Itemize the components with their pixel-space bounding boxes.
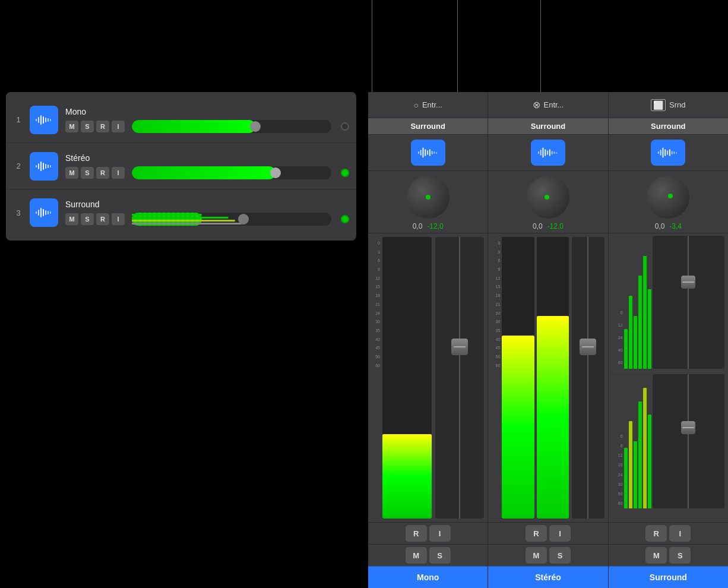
surround-icon: ⬜ <box>651 99 666 111</box>
fader-thumb[interactable] <box>250 121 261 132</box>
track-row: 2 Stéréo M S R I <box>6 143 356 189</box>
fader-track[interactable] <box>132 120 331 133</box>
track-name: Mono <box>65 107 349 116</box>
channel-badge-surround: Surround <box>609 118 728 135</box>
vu-bar <box>643 256 647 369</box>
record-button[interactable]: R <box>96 121 109 132</box>
fader-thumb-surround-top[interactable] <box>681 276 695 289</box>
v-fader-stereo[interactable] <box>572 237 604 519</box>
record-button[interactable]: R <box>96 213 109 225</box>
svg-rect-51 <box>676 152 678 154</box>
svg-rect-18 <box>45 210 46 215</box>
mute-button[interactable]: M <box>65 213 78 225</box>
track-icon-stereo[interactable] <box>30 152 58 181</box>
svg-rect-32 <box>433 151 435 154</box>
pan-value: 0,0 <box>413 222 423 230</box>
track-name: Surround <box>65 200 349 209</box>
input-button[interactable]: I <box>112 167 125 179</box>
track-controls: M S R I <box>65 166 349 179</box>
channel-ms-row: M S <box>368 544 488 566</box>
record-btn-stereo[interactable]: R <box>526 525 547 542</box>
mute-button[interactable]: M <box>65 121 78 132</box>
fader-track[interactable] <box>132 213 331 226</box>
solo-btn-stereo[interactable]: S <box>549 547 571 564</box>
vu-bar <box>643 388 647 508</box>
vu-meter-stereo-r <box>537 237 569 519</box>
channel-header-surround: ⬜ Srnd <box>609 92 728 118</box>
channel-mono: ○ Entr... Surround <box>368 92 488 588</box>
svg-rect-0 <box>36 119 37 121</box>
svg-rect-45 <box>663 147 664 157</box>
solo-button[interactable]: S <box>81 121 94 132</box>
waveform-button-mono[interactable] <box>411 140 445 166</box>
channel-header-label: Srnd <box>669 100 685 109</box>
v-fader-mono[interactable] <box>435 237 485 519</box>
input-btn[interactable]: I <box>429 525 451 542</box>
track-number: 1 <box>13 115 24 124</box>
svg-rect-12 <box>48 165 49 168</box>
track-number: 2 <box>13 162 24 170</box>
fader-track[interactable] <box>132 166 331 179</box>
pan-knob-mono[interactable] <box>407 176 450 219</box>
v-fader-surround-top[interactable] <box>653 236 724 369</box>
mute-btn-stereo[interactable]: M <box>526 547 547 564</box>
mute-button[interactable]: M <box>65 167 78 179</box>
svg-rect-39 <box>549 149 550 156</box>
svg-rect-10 <box>43 163 44 170</box>
input-btn-stereo[interactable]: I <box>549 525 571 542</box>
fader-thumb[interactable] <box>270 167 281 178</box>
svg-rect-35 <box>540 150 542 156</box>
vu-fill <box>502 336 534 519</box>
svg-rect-30 <box>429 149 431 156</box>
svg-rect-44 <box>660 150 661 156</box>
solo-btn-mono[interactable]: S <box>429 547 451 564</box>
pan-value: 0,0 <box>655 222 665 230</box>
waveform-button-surround[interactable] <box>651 140 685 166</box>
mute-btn-surround[interactable]: M <box>645 547 667 564</box>
vol-value: -12,0 <box>547 222 564 230</box>
svg-rect-24 <box>132 223 242 225</box>
pan-knob-stereo[interactable] <box>527 176 569 219</box>
channel-header-mono: ○ Entr... <box>368 92 488 118</box>
svg-rect-28 <box>425 149 426 156</box>
solo-button[interactable]: S <box>81 213 94 225</box>
channel-fader-section-surround: 0 12 24 40 60 <box>609 233 728 522</box>
track-row: 1 Mono M S R I <box>6 97 356 143</box>
vu-bar <box>629 421 632 508</box>
fader-line <box>688 236 689 369</box>
input-button[interactable]: I <box>112 121 125 132</box>
svg-rect-43 <box>658 151 659 154</box>
track-icon-mono[interactable] <box>30 106 58 134</box>
svg-rect-5 <box>48 118 49 122</box>
level-dot <box>341 215 349 223</box>
channel-ms-row: M S <box>488 544 607 566</box>
fader-thumb-surround-bot[interactable] <box>681 421 695 434</box>
record-input-btn[interactable]: R <box>406 525 427 542</box>
track-controls: M S R I <box>65 120 349 133</box>
fader-fill <box>132 166 276 179</box>
fader-thumb-stereo[interactable] <box>580 339 596 355</box>
pan-knob-surround[interactable] <box>647 176 689 219</box>
svg-rect-48 <box>669 149 670 156</box>
input-btn-surround[interactable]: I <box>669 525 691 542</box>
input-button[interactable]: I <box>112 213 125 225</box>
waveform-button-stereo[interactable] <box>531 140 565 166</box>
mute-btn-mono[interactable]: M <box>406 547 427 564</box>
solo-button[interactable]: S <box>81 167 94 179</box>
channel-stereo: ⊗ Entr... Surround <box>488 92 608 588</box>
mono-icon: ○ <box>413 100 418 110</box>
record-btn-surround[interactable]: R <box>645 525 667 542</box>
svg-rect-16 <box>40 208 42 217</box>
channel-waveform-area <box>609 135 728 171</box>
vu-bar <box>634 316 637 369</box>
svg-rect-26 <box>420 150 421 156</box>
track-icon-surround[interactable] <box>30 198 58 227</box>
fader-thumb-mono[interactable] <box>451 339 468 355</box>
record-button[interactable]: R <box>96 167 109 179</box>
thin-line-3 <box>540 0 541 94</box>
thin-line-1 <box>372 0 372 94</box>
v-fader-surround-bot[interactable] <box>653 374 724 508</box>
svg-rect-31 <box>431 151 432 154</box>
solo-btn-surround[interactable]: S <box>669 547 691 564</box>
fader-thumb-surround[interactable] <box>238 214 249 225</box>
